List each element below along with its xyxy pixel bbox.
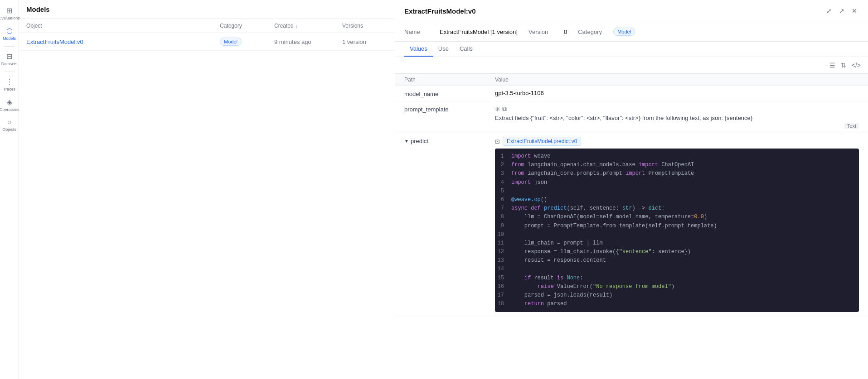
code-line-18: 18 return parsed [495, 300, 859, 308]
code-line-5: 5 [495, 187, 859, 196]
sidebar-item-traces[interactable]: ⋮ Traces [0, 75, 19, 94]
prompt-copy-icon[interactable]: ⧉ [502, 105, 507, 113]
name-value: ExtractFruitsModel [1 version] [440, 29, 518, 35]
code-line-1: 1 import weave [495, 152, 859, 161]
sidebar-label-traces: Traces [3, 87, 15, 91]
row-object: ExtractFruitsModel:v0 [26, 38, 220, 45]
code-line-4: 4 import json [495, 178, 859, 187]
panel-header: Models [19, 0, 395, 19]
list-view-button[interactable]: ☰ [828, 60, 837, 71]
traces-icon: ⋮ [6, 77, 13, 86]
code-block: 1 import weave 2 from langchain_openai.c… [495, 149, 859, 312]
sidebar-item-models[interactable]: ⬡ Models [0, 24, 19, 43]
code-line-9: 9 prompt = PromptTemplate.from_template(… [495, 222, 859, 230]
text-badge: Text [844, 123, 859, 129]
panel-title: Models [26, 5, 50, 13]
code-line-14: 14 [495, 265, 859, 273]
sidebar-item-datasets[interactable]: ⊟ Datasets [0, 49, 19, 69]
detail-info: Name ExtractFruitsModel [1 version] Vers… [395, 22, 868, 42]
code-line-2: 2 from langchain_openai.chat_models.base… [495, 161, 859, 169]
sidebar-label-datasets: Datasets [1, 62, 18, 66]
code-line-7: 7 async def predict(self, sentence: str)… [495, 204, 859, 213]
code-line-8: 8 llm = ChatOpenAI(model=self.model_name… [495, 213, 859, 221]
row-category: Model [220, 38, 274, 46]
sidebar-label-objects: Objects [2, 127, 16, 132]
col-header-created[interactable]: Created ↓ [274, 23, 342, 29]
sidebar-item-operations[interactable]: ◈ Operations [0, 95, 19, 115]
table-header: Object Category Created ↓ Versions [19, 19, 395, 33]
tab-values[interactable]: Values [404, 42, 433, 57]
right-panel-header: ExtractFruitsModel:v0 ⤢ ↗ ✕ [395, 0, 868, 22]
code-line-16: 16 raise ValueError("No response from mo… [495, 283, 859, 291]
code-line-3: 3 from langchain_core.prompts.prompt imp… [495, 169, 859, 178]
category-field: Category Model [578, 28, 635, 36]
table-row[interactable]: ExtractFruitsModel:v0 Model 9 minutes ag… [19, 33, 395, 51]
code-line-10: 10 [495, 230, 859, 239]
predict-toggle[interactable]: ▼ predict [404, 138, 495, 144]
version-label: Version [529, 29, 560, 35]
col-header-versions: Versions [342, 23, 388, 29]
models-icon: ⬡ [6, 27, 13, 35]
sidebar-item-evaluations[interactable]: ⊞ Evaluations [0, 4, 19, 23]
code-line-12: 12 response = llm_chain.invoke({"sentenc… [495, 248, 859, 256]
values-section: Path Value model_name gpt-3.5-turbo-1106… [395, 74, 868, 379]
predict-icon: ⊡ [495, 138, 500, 145]
category-label: Category [578, 29, 610, 35]
sidebar-divider [4, 46, 15, 47]
values-col-value: Value [495, 77, 859, 83]
prompt-text: Extract fields {"fruit": <str>, "color":… [495, 115, 859, 121]
sidebar-item-objects[interactable]: ○ Objects [0, 115, 19, 134]
sidebar-label-evaluations: Evaluations [0, 16, 20, 20]
model-link[interactable]: ExtractFruitsModel:v0 [26, 38, 83, 45]
col-header-category: Category [220, 23, 274, 29]
prompt-icons: ✳ ⧉ [495, 105, 859, 113]
value-prompt-template: ✳ ⧉ Extract fields {"fruit": <str>, "col… [495, 105, 859, 129]
external-button[interactable]: ↗ [837, 5, 846, 16]
operations-icon: ◈ [7, 98, 12, 106]
values-table-header: Path Value [395, 74, 868, 86]
sidebar-label-models: Models [3, 36, 16, 41]
left-panel: Models Object Category Created ↓ Version… [19, 0, 395, 379]
predict-ref-badge[interactable]: ExtractFruitsModel.predict:v0 [503, 137, 581, 146]
values-col-path: Path [404, 77, 495, 83]
name-label: Name [404, 29, 436, 35]
sort-button[interactable]: ⇅ [839, 60, 848, 71]
chevron-down-icon: ▼ [404, 139, 409, 144]
code-view-button[interactable]: </> [850, 60, 863, 71]
evaluations-icon: ⊞ [6, 6, 12, 15]
category-value-badge: Model [613, 28, 635, 36]
right-panel: ExtractFruitsModel:v0 ⤢ ↗ ✕ Name Extract… [395, 0, 868, 379]
path-prompt-template: prompt_template [404, 105, 495, 113]
values-row-predict: ▼ predict ⊡ ExtractFruitsModel.predict:v… [395, 133, 868, 316]
tabs: Values Use Calls [395, 42, 868, 57]
value-model-name: gpt-3.5-turbo-1106 [495, 90, 859, 96]
sidebar: ⊞ Evaluations ⬡ Models ⊟ Datasets ⋮ Trac… [0, 0, 19, 379]
code-line-6: 6 @weave.op() [495, 196, 859, 204]
values-toolbar: ☰ ⇅ </> [395, 57, 868, 74]
prompt-star-icon[interactable]: ✳ [495, 106, 500, 113]
code-line-15: 15 if result is None: [495, 274, 859, 283]
expand-button[interactable]: ⤢ [824, 5, 834, 16]
col-header-object: Object [26, 23, 220, 29]
path-predict: ▼ predict [404, 137, 495, 144]
right-panel-title: ExtractFruitsModel:v0 [404, 7, 476, 15]
predict-label: predict [411, 138, 428, 144]
code-line-13: 13 result = response.content [495, 256, 859, 265]
datasets-icon: ⊟ [6, 52, 12, 61]
tab-use[interactable]: Use [433, 42, 454, 57]
value-predict: ⊡ ExtractFruitsModel.predict:v0 1 import… [495, 137, 859, 312]
values-row-model-name: model_name gpt-3.5-turbo-1106 [395, 86, 868, 101]
tab-calls[interactable]: Calls [454, 42, 478, 57]
category-badge: Model [220, 38, 242, 46]
close-button[interactable]: ✕ [850, 5, 859, 16]
objects-icon: ○ [7, 118, 12, 126]
header-actions: ⤢ ↗ ✕ [824, 5, 859, 16]
row-versions: 1 version [342, 38, 388, 45]
path-model-name: model_name [404, 90, 495, 97]
sort-icon: ↓ [296, 24, 298, 29]
sidebar-label-operations: Operations [0, 107, 19, 112]
version-field: Version 0 [529, 28, 567, 36]
sidebar-divider-2 [4, 72, 15, 72]
values-row-prompt-template: prompt_template ✳ ⧉ Extract fields {"fru… [395, 101, 868, 133]
code-line-11: 11 llm_chain = prompt | llm [495, 239, 859, 248]
